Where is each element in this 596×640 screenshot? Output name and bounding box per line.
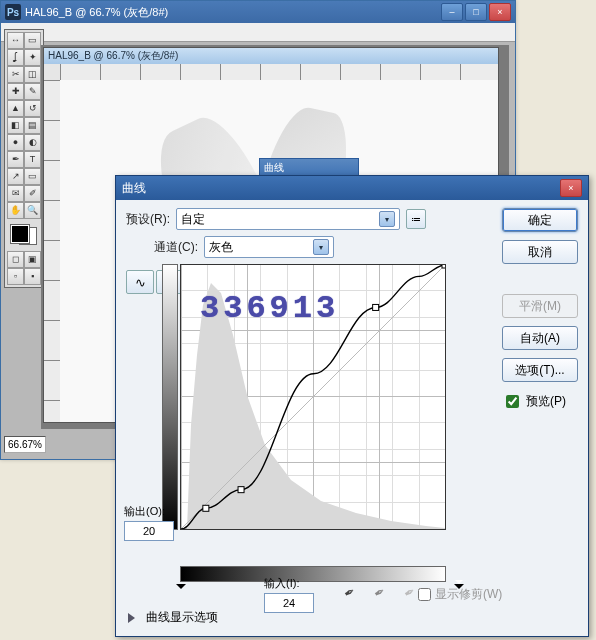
- color-swatch[interactable]: [9, 223, 39, 247]
- path-tool-icon[interactable]: ↗: [7, 168, 24, 185]
- lasso-tool-icon[interactable]: ʆ: [7, 49, 24, 66]
- dodge-tool-icon[interactable]: ◐: [24, 134, 41, 151]
- curves-title: 曲线: [122, 180, 560, 197]
- curve-point-tool-icon[interactable]: ∿: [126, 270, 154, 294]
- show-clipping-checkbox[interactable]: 显示修剪(W): [418, 586, 502, 603]
- svg-rect-1: [203, 505, 209, 511]
- preview-label: 预览(P): [526, 393, 566, 410]
- close-button[interactable]: ×: [489, 3, 511, 21]
- output-label: 输出(O):: [124, 504, 184, 519]
- zoom-percent[interactable]: 66.67%: [4, 436, 46, 453]
- svg-rect-2: [238, 487, 244, 493]
- eraser-tool-icon[interactable]: ◧: [7, 117, 24, 134]
- svg-rect-4: [442, 265, 445, 268]
- channel-value: 灰色: [209, 239, 313, 256]
- minimize-button[interactable]: –: [441, 3, 463, 21]
- overlay-number: 336913: [200, 290, 339, 327]
- document-titlebar[interactable]: HAL96_B @ 66.7% (灰色/8#): [44, 48, 498, 64]
- move-tool-icon[interactable]: ↔: [7, 32, 24, 49]
- triangle-right-icon: [128, 613, 140, 623]
- channel-combo[interactable]: 灰色 ▾: [204, 236, 334, 258]
- document-title: HAL96_B @ 66.7% (灰色/8#): [48, 49, 178, 63]
- output-gradient: [162, 264, 178, 530]
- curves-dialog: 曲线 × 预设(R): 自定 ▾ ≔ 通道(C): 灰色 ▾ ∿ ✎ 确定: [115, 175, 589, 637]
- toolbox: ↔▭ ʆ✦ ✂◫ ✚✎ ▲↺ ◧▤ ●◐ ✒T ↗▭ ✉✐ ✋🔍 ◻▣ ▫▪: [4, 29, 44, 288]
- ok-button[interactable]: 确定: [502, 208, 578, 232]
- chevron-down-icon: ▾: [379, 211, 395, 227]
- auto-button[interactable]: 自动(A): [502, 326, 578, 350]
- ruler-vertical[interactable]: [44, 80, 61, 422]
- options-button[interactable]: 选项(T)...: [502, 358, 578, 382]
- preview-checkbox[interactable]: 预览(P): [502, 392, 578, 411]
- ruler-horizontal[interactable]: [60, 64, 498, 81]
- curves-titlebar[interactable]: 曲线 ×: [116, 176, 588, 200]
- curve-display-options-toggle[interactable]: 曲线显示选项: [128, 609, 218, 626]
- show-clipping-input[interactable]: [418, 588, 431, 601]
- blur-tool-icon[interactable]: ●: [7, 134, 24, 151]
- ps-menubar[interactable]: [1, 23, 515, 42]
- ps-window-title: HAL96_B @ 66.7% (灰色/8#): [25, 5, 441, 20]
- eyedropper-tool-icon[interactable]: ✐: [24, 185, 41, 202]
- screenmode-icon[interactable]: ▣: [24, 251, 41, 268]
- maximize-button[interactable]: □: [465, 3, 487, 21]
- zoom-tool-icon[interactable]: 🔍: [24, 202, 41, 219]
- gray-eyedropper-icon[interactable]: ✒: [364, 578, 393, 606]
- output-block: 输出(O): 20: [124, 504, 184, 541]
- stamp-tool-icon[interactable]: ▲: [7, 100, 24, 117]
- pen-tool-icon[interactable]: ✒: [7, 151, 24, 168]
- mode-a-icon[interactable]: ▫: [7, 268, 24, 285]
- preset-label: 预设(R):: [126, 211, 170, 228]
- preset-menu-button[interactable]: ≔: [406, 209, 426, 229]
- preset-combo[interactable]: 自定 ▾: [176, 208, 400, 230]
- hand-tool-icon[interactable]: ✋: [7, 202, 24, 219]
- quickmask-icon[interactable]: ◻: [7, 251, 24, 268]
- chevron-down-icon: ▾: [313, 239, 329, 255]
- eyedropper-group: ✒ ✒ ✒: [338, 582, 420, 602]
- preset-value: 自定: [181, 211, 379, 228]
- mode-b-icon[interactable]: ▪: [24, 268, 41, 285]
- svg-rect-3: [373, 304, 379, 310]
- notes-tool-icon[interactable]: ✉: [7, 185, 24, 202]
- gradient-tool-icon[interactable]: ▤: [24, 117, 41, 134]
- preview-check-input[interactable]: [506, 395, 519, 408]
- brush-tool-icon[interactable]: ✎: [24, 83, 41, 100]
- marquee-tool-icon[interactable]: ▭: [24, 32, 41, 49]
- cancel-button[interactable]: 取消: [502, 240, 578, 264]
- black-eyedropper-icon[interactable]: ✒: [334, 578, 363, 606]
- slice-tool-icon[interactable]: ◫: [24, 66, 41, 83]
- type-tool-icon[interactable]: T: [24, 151, 41, 168]
- disclosure-label: 曲线显示选项: [146, 609, 218, 626]
- channel-label: 通道(C):: [154, 239, 198, 256]
- shape-tool-icon[interactable]: ▭: [24, 168, 41, 185]
- input-input[interactable]: 24: [264, 593, 314, 613]
- input-label: 输入(I):: [264, 576, 324, 591]
- wand-tool-icon[interactable]: ✦: [24, 49, 41, 66]
- output-input[interactable]: 20: [124, 521, 174, 541]
- ps-titlebar[interactable]: Ps HAL96_B @ 66.7% (灰色/8#) – □ ×: [1, 1, 515, 23]
- heal-tool-icon[interactable]: ✚: [7, 83, 24, 100]
- history-brush-icon[interactable]: ↺: [24, 100, 41, 117]
- show-clipping-label: 显示修剪(W): [435, 586, 502, 603]
- black-point-slider[interactable]: [176, 584, 186, 594]
- crop-tool-icon[interactable]: ✂: [7, 66, 24, 83]
- curves-close-button[interactable]: ×: [560, 179, 582, 197]
- curves-mini-title: 曲线: [264, 161, 284, 175]
- input-block: 输入(I): 24: [264, 576, 324, 613]
- ps-app-icon: Ps: [5, 4, 21, 20]
- smooth-button: 平滑(M): [502, 294, 578, 318]
